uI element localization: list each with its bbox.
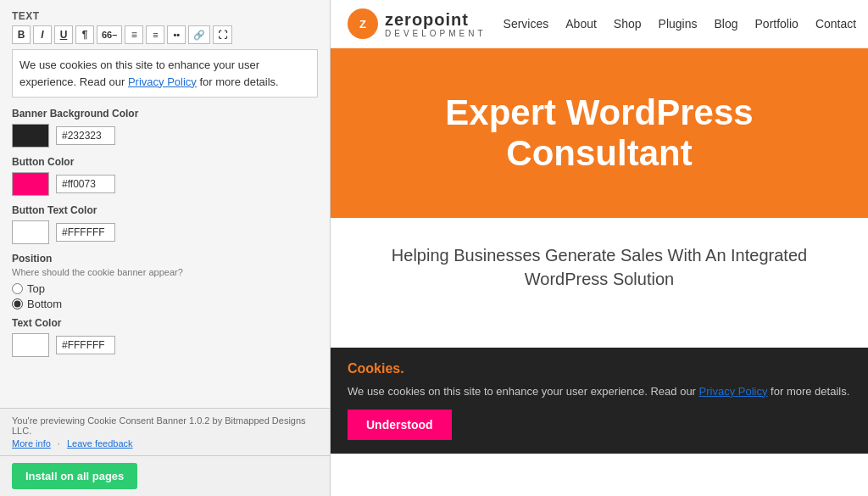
understood-button[interactable]: Understood bbox=[348, 410, 452, 440]
link-button[interactable]: 🔗 bbox=[188, 25, 210, 44]
more-info-link[interactable]: More info bbox=[12, 438, 51, 449]
banner-bg-color-hex[interactable]: #232323 bbox=[56, 126, 115, 145]
section-title: TEXT bbox=[12, 7, 318, 25]
leave-feedback-link[interactable]: Leave feedback bbox=[67, 438, 133, 449]
banner-bg-color-row: #232323 bbox=[12, 124, 318, 148]
nav-services[interactable]: Services bbox=[504, 17, 549, 31]
logo-icon: Z bbox=[348, 8, 378, 39]
banner-text-area[interactable]: We use cookies on this site to enhance y… bbox=[12, 49, 318, 98]
paragraph-button[interactable]: ¶ bbox=[75, 25, 94, 44]
style-dropdown-button[interactable]: 66– bbox=[97, 25, 122, 44]
position-bottom-radio[interactable] bbox=[12, 298, 23, 309]
image-button[interactable]: ⛶ bbox=[213, 25, 232, 44]
nav-plugins[interactable]: Plugins bbox=[659, 17, 698, 31]
footer-links: More info · Leave feedback bbox=[12, 438, 318, 449]
ordered-list-button[interactable]: ≡ bbox=[146, 25, 164, 44]
text-color-label: Text Color bbox=[12, 317, 318, 329]
text-suffix: for more details. bbox=[197, 75, 279, 88]
position-desc: Where should the cookie banner appear? bbox=[12, 267, 318, 277]
hero-section: Expert WordPress Consultant bbox=[331, 48, 868, 218]
text-color-row: #FFFFFF bbox=[12, 333, 318, 357]
privacy-policy-link[interactable]: Privacy Policy bbox=[128, 75, 197, 88]
button-color-swatch[interactable] bbox=[12, 172, 49, 196]
text-color-swatch[interactable] bbox=[12, 333, 49, 357]
button-color-hex[interactable]: #ff0073 bbox=[56, 175, 115, 193]
cookie-body-text: We use cookies on this site to enhance y… bbox=[348, 385, 699, 398]
position-bottom-label: Bottom bbox=[27, 298, 62, 310]
cookie-body: We use cookies on this site to enhance y… bbox=[348, 383, 851, 400]
nav-blog[interactable]: Blog bbox=[714, 17, 737, 31]
hero-title: Expert WordPress Consultant bbox=[331, 75, 868, 192]
button-text-color-row: #FFFFFF bbox=[12, 220, 318, 244]
button-color-row: #ff0073 bbox=[12, 172, 318, 196]
unordered-list-button[interactable]: •• bbox=[167, 25, 186, 44]
align-button[interactable]: ≡ bbox=[125, 25, 143, 44]
cookie-title: Cookies. bbox=[348, 361, 851, 376]
logo-text: zeropoint DEVELOPMENT bbox=[385, 10, 487, 38]
footer-note: You're previewing Cookie Consent Banner … bbox=[0, 408, 330, 455]
site-header: Z zeropoint DEVELOPMENT Services About S… bbox=[331, 0, 868, 48]
install-button[interactable]: Install on all pages bbox=[12, 463, 137, 489]
cookie-banner: Cookies. We use cookies on this site to … bbox=[331, 348, 868, 454]
footer-note-text: You're previewing Cookie Consent Banner … bbox=[12, 415, 306, 436]
nav-shop[interactable]: Shop bbox=[614, 17, 642, 31]
bold-button[interactable]: B bbox=[12, 25, 31, 44]
button-color-label: Button Color bbox=[12, 156, 318, 168]
text-toolbar: B I U ¶ 66– ≡ ≡ •• 🔗 ⛶ bbox=[12, 25, 318, 44]
install-bar: Install on all pages bbox=[0, 455, 330, 496]
position-label: Position bbox=[12, 253, 318, 265]
nav-portfolio[interactable]: Portfolio bbox=[755, 17, 798, 31]
left-panel: TEXT B I U ¶ 66– ≡ ≡ •• 🔗 ⛶ We use cooki… bbox=[0, 0, 331, 496]
logo-area[interactable]: Z zeropoint DEVELOPMENT bbox=[348, 8, 487, 39]
sub-hero-text: Helping Businesses Generate Sales With A… bbox=[348, 243, 851, 291]
logo-sub: DEVELOPMENT bbox=[385, 29, 487, 38]
logo-svg: Z bbox=[353, 14, 372, 33]
svg-text:Z: Z bbox=[359, 18, 366, 31]
position-section: Position Where should the cookie banner … bbox=[12, 253, 318, 310]
logo-name: zeropoint bbox=[385, 10, 487, 29]
button-text-color-swatch[interactable] bbox=[12, 220, 49, 244]
sub-hero-section: Helping Businesses Generate Sales With A… bbox=[331, 218, 868, 308]
nav-about[interactable]: About bbox=[565, 17, 597, 31]
italic-button[interactable]: I bbox=[33, 25, 52, 44]
position-top-label: Top bbox=[27, 282, 45, 295]
position-top-radio[interactable] bbox=[12, 283, 23, 294]
button-text-color-label: Button Text Color bbox=[12, 204, 318, 216]
site-nav: Services About Shop Plugins Blog Portfol… bbox=[504, 11, 868, 36]
banner-bg-color-swatch[interactable] bbox=[12, 124, 49, 148]
position-bottom-row: Bottom bbox=[12, 298, 318, 310]
text-color-hex[interactable]: #FFFFFF bbox=[56, 336, 115, 354]
cookie-privacy-link[interactable]: Privacy Policy bbox=[699, 385, 768, 398]
right-panel: Z zeropoint DEVELOPMENT Services About S… bbox=[331, 0, 868, 496]
banner-bg-color-label: Banner Background Color bbox=[12, 108, 318, 120]
button-text-color-hex[interactable]: #FFFFFF bbox=[56, 223, 115, 242]
cookie-body-suffix: for more details. bbox=[767, 385, 849, 398]
position-top-row: Top bbox=[12, 282, 318, 295]
underline-button[interactable]: U bbox=[54, 25, 73, 44]
nav-contact[interactable]: Contact bbox=[815, 17, 856, 31]
